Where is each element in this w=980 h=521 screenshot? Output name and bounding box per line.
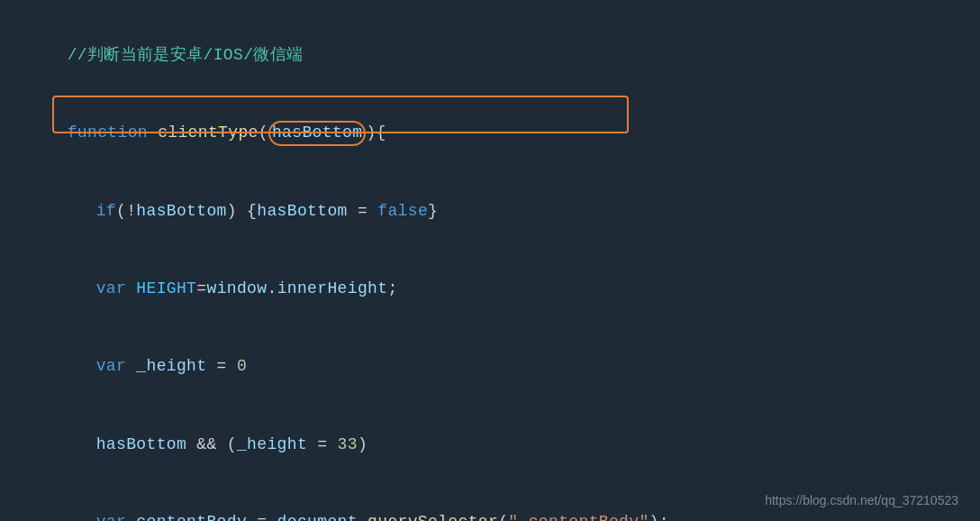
- line-3: if(!hasBottom) {hasBottom = false}: [27, 172, 953, 250]
- oval-highlight: hasBottom: [268, 121, 366, 145]
- code-block: //判断当前是安卓/IOS/微信端 function clientType(ha…: [0, 0, 980, 521]
- keyword-function: function: [68, 123, 158, 142]
- equals-4: =: [307, 435, 338, 453]
- line-6: hasBottom && (_height = 33): [27, 406, 953, 483]
- comment-text: //判断当前是安卓/IOS/微信端: [68, 46, 304, 64]
- brace-close: }: [428, 202, 438, 220]
- equals-2: =: [196, 279, 206, 297]
- paren-open: (: [259, 123, 268, 142]
- line-2: function clientType(hasBottom){: [27, 94, 953, 171]
- line-4: var HEIGHT=window.innerHeight;: [27, 250, 953, 327]
- paren-3: );: [649, 513, 669, 521]
- var-height-2: _height: [237, 435, 307, 453]
- keyword-var-2: var: [96, 357, 137, 375]
- paren-2: (: [498, 513, 508, 521]
- semicolon-1: ;: [387, 279, 397, 297]
- num-33: 33: [338, 435, 358, 453]
- var-document-1: document: [277, 513, 358, 521]
- dot-1: .: [267, 279, 277, 297]
- prop-innerHeight: innerHeight: [277, 279, 388, 297]
- method-qs-1: querySelector: [368, 513, 498, 521]
- param-hasBottom: hasBottom: [272, 123, 362, 142]
- var-contentBody: contentBody: [136, 513, 247, 521]
- watermark: https://blog.csdn.net/qq_37210523: [765, 490, 958, 510]
- num-0: 0: [237, 357, 247, 375]
- var-window: window: [206, 279, 267, 297]
- equals: =: [348, 202, 378, 220]
- var-hasBottom-2: hasBottom: [257, 202, 347, 220]
- func-rest: ){: [366, 123, 386, 142]
- var-height: _height: [136, 357, 206, 375]
- if-close: ) {: [227, 202, 258, 220]
- equals-3: =: [206, 357, 237, 375]
- func-name: clientType: [158, 123, 259, 142]
- var-hasBottom-1: hasBottom: [136, 202, 226, 220]
- var-hasBottom-3: hasBottom: [96, 435, 186, 453]
- line-1: //判断当前是安卓/IOS/微信端: [27, 16, 953, 94]
- str-contentBody: ".contentBody": [508, 513, 649, 521]
- keyword-if: if: [96, 202, 116, 220]
- dot-2: .: [358, 513, 368, 521]
- keyword-var-1: var: [96, 279, 137, 297]
- if-open: (!: [116, 202, 136, 220]
- line-5: var _height = 0: [27, 328, 953, 406]
- const-HEIGHT: HEIGHT: [136, 279, 196, 297]
- equals-5: =: [247, 513, 277, 521]
- keyword-var-3: var: [96, 513, 137, 521]
- paren-close-1: ): [358, 435, 368, 453]
- and-op: && (: [186, 435, 237, 453]
- bool-false: false: [377, 202, 428, 220]
